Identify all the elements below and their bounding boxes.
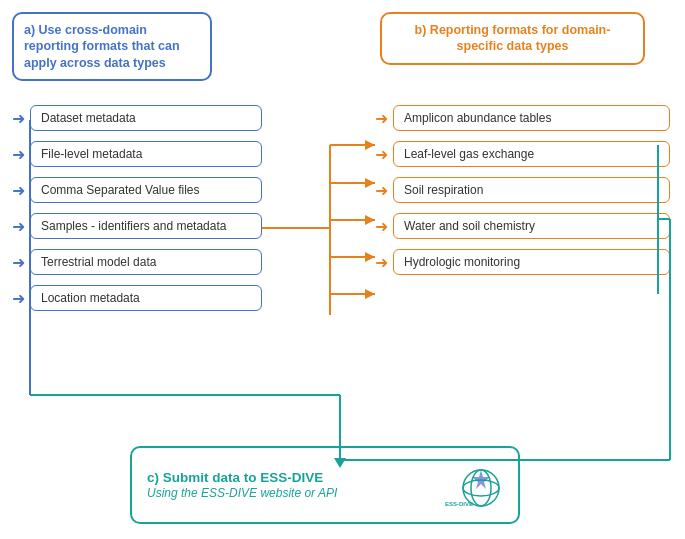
list-item: ➜ Soil respiration (375, 177, 670, 203)
item-box-amplicon: Amplicon abundance tables (393, 105, 670, 131)
section-b-box: b) Reporting formats for domain-specific… (380, 12, 645, 65)
section-c-box: c) Submit data to ESS-DIVE Using the ESS… (130, 446, 520, 524)
item-box-water: Water and soil chemistry (393, 213, 670, 239)
list-item: ➜ File-level metadata (12, 141, 262, 167)
list-item: ➜ Dataset metadata (12, 105, 262, 131)
essdive-logo: ESS-DIVE (443, 460, 503, 510)
arrow-icon: ➜ (375, 109, 388, 128)
item-box-leaf: Leaf-level gas exchange (393, 141, 670, 167)
svg-marker-12 (365, 289, 375, 299)
item-box-samples: Samples - identifiers and metadata (30, 213, 262, 239)
list-item: ➜ Amplicon abundance tables (375, 105, 670, 131)
item-box-hydrologic: Hydrologic monitoring (393, 249, 670, 275)
arrow-icon: ➜ (375, 181, 388, 200)
arrow-icon: ➜ (375, 217, 388, 236)
right-item-list: ➜ Amplicon abundance tables ➜ Leaf-level… (375, 105, 670, 285)
arrow-icon: ➜ (12, 145, 25, 164)
arrow-icon: ➜ (12, 253, 25, 272)
section-c-text: c) Submit data to ESS-DIVE Using the ESS… (147, 470, 337, 500)
list-item: ➜ Water and soil chemistry (375, 213, 670, 239)
arrow-icon: ➜ (12, 109, 25, 128)
svg-text:ESS-DIVE: ESS-DIVE (445, 501, 473, 507)
arrow-icon: ➜ (12, 217, 25, 236)
section-b-title: b) Reporting formats for domain-specific… (392, 22, 633, 55)
arrow-icon: ➜ (12, 289, 25, 308)
svg-marker-8 (365, 140, 375, 150)
section-a-box: a) Use cross-domain reporting formats th… (12, 12, 212, 81)
list-item: ➜ Hydrologic monitoring (375, 249, 670, 275)
svg-marker-9 (365, 178, 375, 188)
list-item: ➜ Location metadata (12, 285, 262, 311)
item-box-csv: Comma Separated Value files (30, 177, 262, 203)
list-item: ➜ Terrestrial model data (12, 249, 262, 275)
list-item: ➜ Samples - identifiers and metadata (12, 213, 262, 239)
section-c-subtitle: Using the ESS-DIVE website or API (147, 486, 337, 500)
arrow-icon: ➜ (375, 253, 388, 272)
item-box-location: Location metadata (30, 285, 262, 311)
item-box-terrestrial: Terrestrial model data (30, 249, 262, 275)
svg-marker-10 (365, 215, 375, 225)
left-item-list: ➜ Dataset metadata ➜ File-level metadata… (12, 105, 262, 321)
svg-marker-11 (365, 252, 375, 262)
list-item: ➜ Leaf-level gas exchange (375, 141, 670, 167)
item-box-file-metadata: File-level metadata (30, 141, 262, 167)
list-item: ➜ Comma Separated Value files (12, 177, 262, 203)
arrow-icon: ➜ (12, 181, 25, 200)
section-a-title: a) Use cross-domain reporting formats th… (24, 22, 200, 71)
diagram-container: a) Use cross-domain reporting formats th… (0, 0, 685, 539)
item-box-dataset-metadata: Dataset metadata (30, 105, 262, 131)
section-c-title: c) Submit data to ESS-DIVE (147, 470, 337, 485)
item-box-soil: Soil respiration (393, 177, 670, 203)
arrow-icon: ➜ (375, 145, 388, 164)
